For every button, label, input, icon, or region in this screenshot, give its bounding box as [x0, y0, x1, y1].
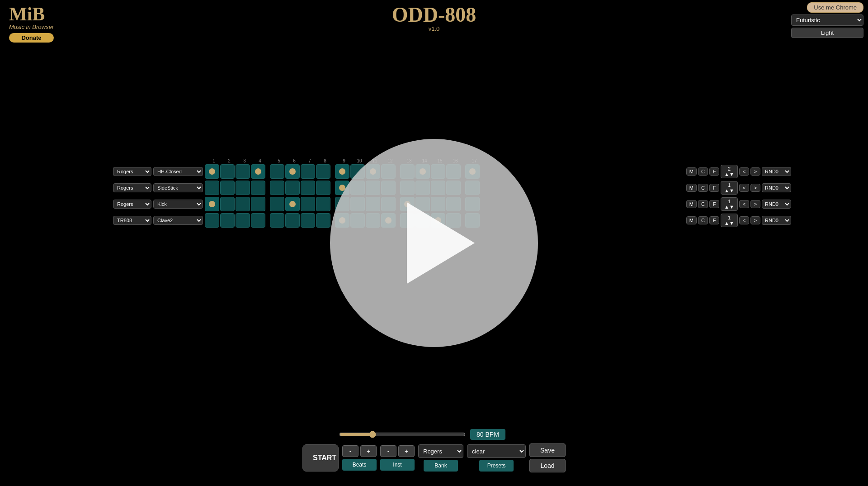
- sound-select-1[interactable]: SideStick: [153, 183, 203, 192]
- pad-0-6[interactable]: [301, 164, 315, 179]
- rnd-select-2[interactable]: RND0RND1RND2: [762, 200, 791, 209]
- pad-2-1[interactable]: [220, 197, 235, 211]
- pad-0-1[interactable]: [220, 164, 235, 179]
- pad-1-2[interactable]: [236, 181, 250, 195]
- load-button[interactable]: Load: [529, 459, 566, 472]
- shift-left-0[interactable]: <: [739, 167, 749, 176]
- pad-3-6[interactable]: [301, 213, 315, 228]
- drum-select-0[interactable]: RogersTR808: [113, 167, 151, 176]
- shift-right-2[interactable]: >: [750, 200, 760, 208]
- pad-3-1[interactable]: [220, 213, 235, 228]
- rnd-select-3[interactable]: RND0RND1RND2: [762, 216, 791, 225]
- shift-right-3[interactable]: >: [750, 216, 760, 224]
- ctrl-f-1[interactable]: F: [709, 184, 719, 192]
- pad-2-3[interactable]: [251, 197, 265, 211]
- ctrl-c-2[interactable]: C: [698, 200, 708, 208]
- inst-label-button[interactable]: Inst: [380, 459, 415, 471]
- beat-number-4: 4: [253, 158, 267, 163]
- ctrl-m-2[interactable]: M: [686, 200, 697, 208]
- sound-select-3[interactable]: Clave2: [153, 216, 203, 225]
- ctrl-m-1[interactable]: M: [686, 184, 697, 192]
- inst-plus-button[interactable]: +: [398, 445, 415, 457]
- pad-1-1[interactable]: [220, 181, 235, 195]
- pad-2-4[interactable]: [270, 197, 284, 211]
- bpm-slider[interactable]: [339, 431, 466, 438]
- app-title: ODD-808: [392, 5, 476, 25]
- ctrl-f-0[interactable]: F: [709, 167, 719, 176]
- pad-dot-0-3: [255, 168, 261, 175]
- sound-select-0[interactable]: HH-Closed: [153, 167, 203, 176]
- beats-minus-button[interactable]: -: [342, 445, 359, 457]
- beat-group-separator: [268, 158, 271, 163]
- pad-dot-2-0: [209, 201, 215, 207]
- ctrl-m-0[interactable]: M: [686, 167, 697, 176]
- drum-select-3[interactable]: RogersTR808: [113, 216, 151, 225]
- shift-left-2[interactable]: <: [739, 200, 749, 208]
- ctrl-c-1[interactable]: C: [698, 184, 708, 192]
- pad-2-5[interactable]: [285, 197, 300, 211]
- pad-0-0[interactable]: [205, 164, 219, 179]
- inst-minus-button[interactable]: -: [380, 445, 396, 457]
- pad-3-7[interactable]: [316, 213, 330, 228]
- light-button[interactable]: Light: [791, 28, 863, 38]
- shift-right-1[interactable]: >: [750, 184, 760, 192]
- pad-dot-2-5: [289, 201, 296, 207]
- beats-plus-button[interactable]: +: [360, 445, 377, 457]
- pad-0-5[interactable]: [285, 164, 300, 179]
- pad-1-4[interactable]: [270, 181, 284, 195]
- pad-1-5[interactable]: [285, 181, 300, 195]
- rnd-select-0[interactable]: RND0RND1RND2: [762, 167, 791, 176]
- title-center: ODD-808 v1.0: [392, 5, 476, 32]
- pad-0-2[interactable]: [236, 164, 250, 179]
- theme-selector[interactable]: Futuristic Light Dark: [791, 14, 863, 26]
- pad-0-8[interactable]: [335, 164, 349, 179]
- inst-bottom-row: Inst: [380, 459, 415, 471]
- beats-spinner-0[interactable]: 2 ▲▼: [721, 165, 738, 178]
- pad-1-0[interactable]: [205, 181, 219, 195]
- pad-0-4[interactable]: [270, 164, 284, 179]
- use-chrome-button[interactable]: Use me Chrome: [807, 2, 863, 13]
- bank-selector[interactable]: Rogers TR808: [418, 444, 463, 458]
- pad-0-7[interactable]: [316, 164, 330, 179]
- pad-0-3[interactable]: [251, 164, 265, 179]
- pad-1-3[interactable]: [251, 181, 265, 195]
- pad-3-0[interactable]: [205, 213, 219, 228]
- donate-button[interactable]: Donate: [9, 33, 54, 43]
- shift-left-3[interactable]: <: [739, 216, 749, 224]
- pad-1-7[interactable]: [316, 181, 330, 195]
- ctrl-f-3[interactable]: F: [709, 216, 719, 224]
- beats-spinner-3[interactable]: 1 ▲▼: [721, 214, 738, 227]
- pad-group-sep-2-3: [266, 197, 269, 211]
- sound-select-2[interactable]: Kick: [153, 200, 203, 209]
- drum-select-2[interactable]: RogersTR808: [113, 200, 151, 209]
- pad-2-7[interactable]: [316, 197, 330, 211]
- pad-2-6[interactable]: [301, 197, 315, 211]
- pad-1-6[interactable]: [301, 181, 315, 195]
- pad-3-2[interactable]: [236, 213, 250, 228]
- shift-left-1[interactable]: <: [739, 184, 749, 192]
- pad-3-4[interactable]: [270, 213, 284, 228]
- beats-spinner-1[interactable]: 1 ▲▼: [721, 181, 738, 195]
- pad-3-5[interactable]: [285, 213, 300, 228]
- seq-controls-3: MCF1 ▲▼<>RND0RND1RND2: [686, 214, 791, 227]
- presets-selector[interactable]: clear: [467, 444, 526, 458]
- pad-3-3[interactable]: [251, 213, 265, 228]
- bank-label-button[interactable]: Bank: [424, 460, 458, 472]
- presets-label-button[interactable]: Presets: [479, 460, 514, 472]
- ctrl-c-0[interactable]: C: [698, 167, 708, 176]
- pad-2-0[interactable]: [205, 197, 219, 211]
- beats-spinner-2[interactable]: 1 ▲▼: [721, 197, 738, 211]
- save-button[interactable]: Save: [529, 443, 566, 457]
- inst-top-row: - +: [380, 445, 415, 457]
- play-button-overlay[interactable]: [330, 139, 538, 347]
- shift-right-0[interactable]: >: [750, 167, 760, 176]
- rnd-select-1[interactable]: RND0RND1RND2: [762, 183, 791, 192]
- ctrl-c-3[interactable]: C: [698, 216, 708, 224]
- ctrl-f-2[interactable]: F: [709, 200, 719, 208]
- start-button[interactable]: START: [302, 444, 339, 472]
- pad-2-2[interactable]: [236, 197, 250, 211]
- drum-select-1[interactable]: RogersTR808: [113, 183, 151, 192]
- ctrl-m-3[interactable]: M: [686, 216, 697, 224]
- beats-label-button[interactable]: Beats: [342, 459, 377, 471]
- bank-group: Rogers TR808 Bank: [418, 444, 463, 472]
